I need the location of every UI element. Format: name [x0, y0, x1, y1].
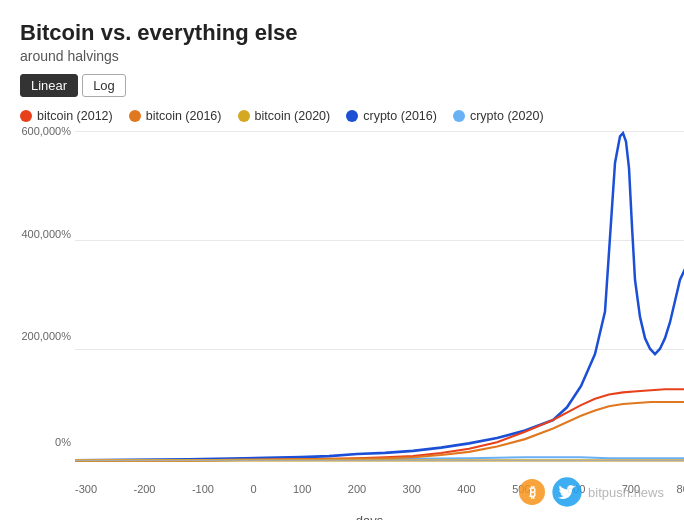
x-label--100: -100: [192, 483, 214, 495]
legend-dot-bitcoin2012: [20, 110, 32, 122]
chart-subtitle: around halvings: [20, 48, 664, 64]
legend-dot-crypto2020: [453, 110, 465, 122]
legend-label-crypto2016: crypto (2016): [363, 109, 437, 123]
chart-title: Bitcoin vs. everything else: [20, 20, 664, 46]
watermark-text: bitpush.news: [588, 485, 664, 500]
bitcoin2012-line: [75, 390, 684, 461]
legend: bitcoin (2012) bitcoin (2016) bitcoin (2…: [20, 109, 664, 123]
x-label--200: -200: [133, 483, 155, 495]
svg-text:₿: ₿: [529, 484, 536, 500]
legend-label-bitcoin2020: bitcoin (2020): [255, 109, 331, 123]
legend-label-bitcoin2012: bitcoin (2012): [37, 109, 113, 123]
x-label-800: 800: [677, 483, 684, 495]
x-label-100: 100: [293, 483, 311, 495]
legend-item-bitcoin2012: bitcoin (2012): [20, 109, 113, 123]
y-label-400k: 400,000%: [21, 228, 71, 240]
legend-item-bitcoin2020: bitcoin (2020): [238, 109, 331, 123]
x-label--300: -300: [75, 483, 97, 495]
legend-label-crypto2020: crypto (2020): [470, 109, 544, 123]
legend-dot-bitcoin2016: [129, 110, 141, 122]
svg-rect-0: [75, 131, 684, 466]
scale-toggle-group: Linear Log: [20, 74, 664, 97]
linear-button[interactable]: Linear: [20, 74, 78, 97]
x-axis-title: days: [75, 513, 664, 520]
legend-item-bitcoin2016: bitcoin (2016): [129, 109, 222, 123]
y-label-0: 0%: [55, 436, 71, 448]
legend-item-crypto2016: crypto (2016): [346, 109, 437, 123]
y-label-600k: 600,000%: [21, 125, 71, 137]
legend-item-crypto2020: crypto (2020): [453, 109, 544, 123]
bitcoin-watermark-icon: ₿: [518, 478, 546, 506]
y-label-200k: 200,000%: [21, 330, 71, 342]
legend-label-bitcoin2016: bitcoin (2016): [146, 109, 222, 123]
x-label-0: 0: [250, 483, 256, 495]
legend-dot-bitcoin2020: [238, 110, 250, 122]
watermark: ₿ bitpush.news: [518, 476, 664, 508]
chart-area: crypto (2016) bitcoin (2012) bitcoin (20…: [75, 131, 684, 471]
x-label-400: 400: [457, 483, 475, 495]
chart-svg: [75, 131, 684, 471]
log-button[interactable]: Log: [82, 74, 126, 97]
bitcoin2016-line: [75, 402, 684, 460]
page-container: Bitcoin vs. everything else around halvi…: [0, 0, 684, 520]
twitter-watermark-icon: [551, 476, 583, 508]
x-label-300: 300: [403, 483, 421, 495]
legend-dot-crypto2016: [346, 110, 358, 122]
x-label-200: 200: [348, 483, 366, 495]
